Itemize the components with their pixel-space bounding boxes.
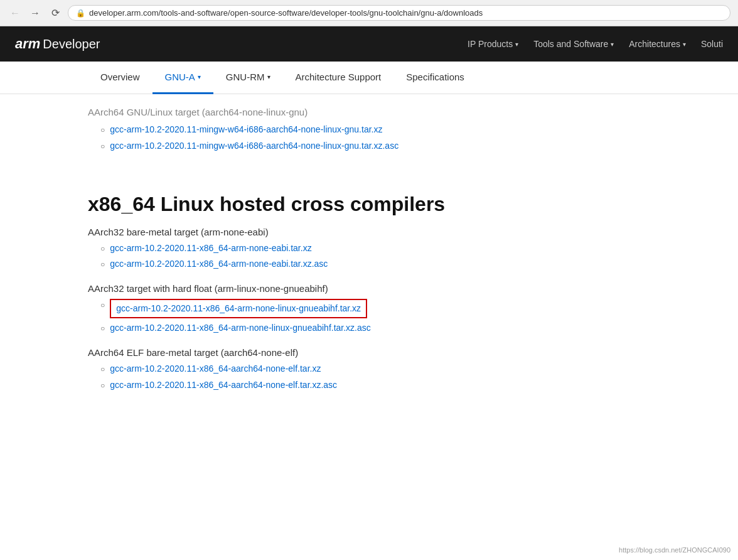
nav-solutions-label: Soluti (701, 39, 723, 49)
nav-tools-software[interactable]: Tools and Software ▾ (533, 39, 614, 49)
aarch64-elf-links: ○ gcc-arm-10.2-2020.11-x86_64-aarch64-no… (88, 363, 650, 391)
link-x86-gnueabihf-tar-asc[interactable]: gcc-arm-10.2-2020.11-x86_64-arm-none-lin… (110, 322, 371, 335)
address-bar[interactable]: 🔒 developer.arm.com/tools-and-software/o… (68, 5, 730, 21)
list-item: ○ gcc-arm-10.2-2020.11-x86_64-aarch64-no… (100, 363, 650, 375)
top-navigation: arm Developer IP Products ▾ Tools and So… (0, 26, 738, 62)
forward-button[interactable]: → (28, 6, 43, 21)
nav-ip-products[interactable]: IP Products ▾ (468, 39, 518, 49)
list-item: ○ gcc-arm-10.2-2020.11-mingw-w64-i686-aa… (100, 124, 650, 136)
list-item: ○ gcc-arm-10.2-2020.11-x86_64-aarch64-no… (100, 379, 650, 392)
nav-items: IP Products ▾ Tools and Software ▾ Archi… (468, 39, 723, 49)
bullet-icon: ○ (100, 365, 105, 374)
list-item: ○ gcc-arm-10.2-2020.11-x86_64-arm-none-e… (100, 258, 650, 271)
url-text: developer.arm.com/tools-and-software/ope… (89, 8, 483, 18)
arm-logo[interactable]: arm Developer (15, 36, 100, 52)
link-mingw-gnu-tar[interactable]: gcc-arm-10.2-2020.11-mingw-w64-i686-aarc… (110, 124, 382, 136)
bullet-icon: ○ (100, 260, 105, 269)
secondary-navigation: Overview GNU-A ▾ GNU-RM ▾ Architecture S… (0, 62, 738, 94)
subsection-aarch32-hard-float: AArch32 target with hard float (arm-linu… (88, 283, 650, 294)
lock-icon: 🔒 (76, 9, 85, 18)
link-x86-eabi-tar-asc[interactable]: gcc-arm-10.2-2020.11-x86_64-arm-none-eab… (110, 258, 328, 271)
tab-gnu-rm[interactable]: GNU-RM ▾ (213, 62, 283, 94)
aarch32-bare-metal-links: ○ gcc-arm-10.2-2020.11-x86_64-arm-none-e… (88, 242, 650, 271)
tools-dropdown-icon: ▾ (611, 41, 614, 48)
bullet-icon: ○ (100, 381, 105, 390)
tab-specifications[interactable]: Specifications (393, 62, 477, 94)
main-content: AArch64 GNU/Linux target (aarch64-none-l… (0, 94, 738, 429)
nav-architectures[interactable]: Architectures ▾ (629, 39, 686, 49)
link-x86-gnueabihf-tar-highlighted[interactable]: gcc-arm-10.2-2020.11-x86_64-arm-none-lin… (116, 303, 361, 315)
ip-products-dropdown-icon: ▾ (515, 41, 518, 48)
tab-overview[interactable]: Overview (88, 62, 152, 94)
link-x86-aarch64-elf-tar-asc[interactable]: gcc-arm-10.2-2020.11-x86_64-aarch64-none… (110, 379, 337, 392)
highlighted-link-container: gcc-arm-10.2-2020.11-x86_64-arm-none-lin… (110, 299, 367, 319)
subsection-aarch64-elf: AArch64 ELF bare-metal target (aarch64-n… (88, 347, 650, 358)
bullet-icon: ○ (100, 142, 105, 151)
bullet-icon: ○ (100, 244, 105, 253)
link-x86-eabi-tar[interactable]: gcc-arm-10.2-2020.11-x86_64-arm-none-eab… (110, 242, 311, 255)
tab-gnu-a[interactable]: GNU-A ▾ (152, 62, 213, 94)
nav-arch-label: Architectures (629, 39, 680, 49)
aarch32-hard-float-links: ○ gcc-arm-10.2-2020.11-x86_64-arm-none-l… (88, 299, 650, 335)
nav-ip-products-label: IP Products (468, 39, 513, 49)
list-item: ○ gcc-arm-10.2-2020.11-x86_64-arm-none-e… (100, 242, 650, 255)
list-item: ○ gcc-arm-10.2-2020.11-x86_64-arm-none-l… (100, 322, 650, 335)
list-item: ○ gcc-arm-10.2-2020.11-x86_64-arm-none-l… (100, 299, 650, 319)
bullet-icon: ○ (100, 126, 105, 134)
refresh-button[interactable]: ⟳ (48, 6, 63, 21)
gnu-a-dropdown-icon: ▾ (198, 73, 201, 80)
subsection-aarch32-bare-metal: AArch32 bare-metal target (arm-none-eabi… (88, 227, 650, 237)
list-item: ○ gcc-arm-10.2-2020.11-mingw-w64-i686-aa… (100, 140, 650, 153)
watermark: https://blog.csdn.net/ZHONGCAI090 (616, 545, 733, 555)
back-button[interactable]: ← (8, 6, 23, 21)
gnu-rm-dropdown-icon: ▾ (267, 73, 270, 80)
bullet-icon: ○ (100, 301, 105, 310)
browser-chrome: ← → ⟳ 🔒 developer.arm.com/tools-and-soft… (0, 0, 738, 26)
section-heading-x86: x86_64 Linux hosted cross compilers (88, 192, 650, 216)
partial-section: AArch64 GNU/Linux target (aarch64-none-l… (88, 100, 650, 175)
bullet-icon: ○ (100, 324, 105, 333)
arch-dropdown-icon: ▾ (683, 41, 686, 48)
tab-architecture-support[interactable]: Architecture Support (283, 62, 394, 94)
nav-tools-label: Tools and Software (533, 39, 608, 49)
link-x86-aarch64-elf-tar[interactable]: gcc-arm-10.2-2020.11-x86_64-aarch64-none… (110, 363, 321, 375)
partial-section-title: AArch64 GNU/Linux target (aarch64-none-l… (88, 107, 650, 117)
partial-links-list: ○ gcc-arm-10.2-2020.11-mingw-w64-i686-aa… (88, 124, 650, 152)
nav-solutions[interactable]: Soluti (701, 39, 723, 49)
logo-arm: arm (15, 36, 40, 52)
logo-developer: Developer (43, 37, 100, 51)
link-mingw-gnu-tar-asc[interactable]: gcc-arm-10.2-2020.11-mingw-w64-i686-aarc… (110, 140, 398, 153)
